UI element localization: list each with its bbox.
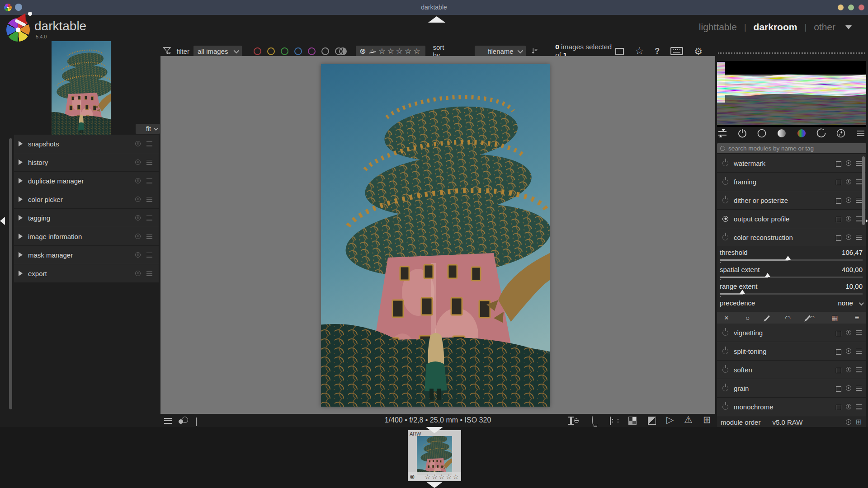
tab-lighttable[interactable]: lighttable [699, 22, 737, 33]
filter-funnel-icon[interactable] [162, 46, 172, 56]
uniform-blend-icon[interactable]: ○ [745, 314, 750, 321]
edited-photo[interactable] [321, 64, 550, 407]
info-icon[interactable] [135, 197, 141, 202]
color-label-multi-icon[interactable] [335, 47, 347, 55]
reset-icon[interactable] [846, 197, 851, 203]
presets-menu-icon[interactable] [856, 198, 862, 203]
presets-menu-icon[interactable] [146, 253, 152, 258]
multi-instance-icon[interactable] [836, 180, 841, 185]
raster-mask-icon[interactable]: ▦ [831, 314, 838, 321]
presets-menu-icon[interactable] [146, 141, 152, 146]
panel-grip-dots[interactable] [718, 52, 865, 54]
multi-instance-icon[interactable] [836, 161, 841, 167]
tab-darkroom[interactable]: darkroom [754, 22, 797, 33]
active-modules-group-icon[interactable] [717, 128, 728, 139]
expand-triangle-icon[interactable] [19, 215, 23, 221]
presets-menu-icon[interactable] [856, 330, 862, 335]
module-monochrome[interactable]: monochrome [717, 398, 866, 416]
left-scrollbar[interactable] [9, 138, 12, 409]
presets-menu-icon[interactable] [856, 404, 862, 409]
module-split-toning[interactable]: split-toning [717, 342, 866, 360]
close-button[interactable] [859, 5, 864, 10]
blend-menu-icon[interactable]: ≡ [855, 314, 859, 321]
power-group-icon[interactable] [737, 128, 748, 139]
guides-grid-icon[interactable]: ⊞ [703, 415, 711, 424]
threshold-slider[interactable] [720, 259, 863, 261]
expand-triangle-icon[interactable] [19, 252, 23, 258]
star-icon[interactable]: ☆ [387, 47, 396, 56]
zoom-mode-dropdown[interactable]: fit [136, 124, 160, 134]
top-panel-expand-arrow[interactable] [428, 16, 445, 23]
filter-dropdown[interactable]: all images [193, 46, 242, 57]
tab-other[interactable]: other [814, 22, 835, 33]
star-icon[interactable]: ☆ [396, 47, 405, 56]
power-icon[interactable] [722, 197, 728, 203]
expand-triangle-icon[interactable] [19, 160, 23, 165]
presets-menu-icon[interactable] [856, 216, 862, 221]
power-icon[interactable] [722, 160, 728, 166]
star-icon[interactable]: ☆ [378, 47, 387, 56]
effects-group-icon[interactable] [835, 128, 846, 139]
left-panel-collapse-arrow[interactable] [0, 217, 5, 225]
expand-triangle-icon[interactable] [19, 271, 23, 276]
parametric-mask-icon[interactable]: ◠ [785, 314, 791, 321]
power-icon[interactable] [722, 235, 728, 240]
grouping-icon[interactable] [615, 48, 624, 55]
color-label-green[interactable] [281, 47, 288, 55]
filmstrip-collapse-arrow[interactable] [426, 427, 443, 433]
reject-icon[interactable]: ⊗ [410, 474, 415, 480]
star-icon[interactable]: ☆ [425, 473, 432, 480]
range-extent-slider[interactable] [720, 293, 863, 295]
presets-menu-icon[interactable] [856, 179, 862, 184]
filmstrip-thumbnail[interactable]: ARW ⊗ ☆☆☆☆☆ [408, 430, 461, 481]
panel-color-picker[interactable]: color picker [14, 190, 159, 208]
color-label-purple[interactable] [308, 47, 316, 55]
clipping-indicator-icon[interactable] [648, 417, 656, 425]
multi-instance-icon[interactable] [836, 235, 841, 241]
multi-instance-icon[interactable] [836, 331, 841, 336]
right-scrollbar[interactable] [862, 156, 865, 225]
presets-menu-icon[interactable] [146, 160, 152, 165]
histogram-scope[interactable] [717, 61, 866, 127]
gamut-warning-icon[interactable]: ⚠ [684, 415, 693, 424]
color-label-yellow[interactable] [267, 47, 275, 55]
sort-dropdown[interactable]: filename [475, 46, 526, 57]
module-soften[interactable]: soften [717, 361, 866, 379]
shortcuts-keyboard-icon[interactable] [670, 47, 683, 55]
softproof-play-icon[interactable]: ▷ [666, 415, 674, 424]
module-order-grid-icon[interactable]: ⊞ [856, 418, 862, 426]
power-icon[interactable] [722, 404, 728, 410]
star-icon[interactable]: ☆ [432, 473, 439, 480]
panel-history[interactable]: history [14, 153, 159, 171]
panel-duplicate-manager[interactable]: duplicate manager [14, 172, 159, 190]
color-label-gray[interactable] [321, 47, 329, 55]
presets-menu-icon[interactable] [146, 178, 152, 183]
panel-image-information[interactable]: image information [14, 227, 159, 245]
star-icon[interactable]: ☆ [405, 47, 413, 56]
expand-triangle-icon[interactable] [19, 197, 23, 202]
module-watermark[interactable]: watermark [717, 154, 866, 172]
presets-menu-icon[interactable] [146, 216, 152, 221]
minimize-button[interactable] [838, 5, 844, 10]
presets-menu-icon[interactable] [856, 367, 862, 372]
help-icon[interactable]: ? [655, 47, 660, 55]
reset-icon[interactable] [846, 385, 851, 391]
module-search[interactable]: search modules by name or tag [717, 143, 866, 153]
expand-triangle-icon[interactable] [19, 141, 23, 146]
overlays-star-icon[interactable]: ☆ [635, 46, 644, 56]
panel-snapshots[interactable]: snapshots [14, 135, 159, 153]
reset-icon[interactable] [846, 216, 851, 221]
views-dropdown-icon[interactable] [845, 25, 852, 29]
presets-menu-icon[interactable] [146, 197, 152, 202]
reset-icon[interactable] [846, 330, 851, 335]
maximize-button[interactable] [848, 5, 854, 10]
module-dither-or-posterize[interactable]: dither or posterize [717, 191, 866, 209]
multi-instance-icon[interactable] [836, 349, 841, 355]
presets-menu-icon[interactable] [856, 349, 862, 354]
blend-off-icon[interactable]: × [724, 314, 729, 322]
info-icon[interactable] [135, 271, 141, 276]
info-icon[interactable] [135, 234, 141, 239]
correct-group-icon[interactable] [816, 128, 827, 139]
info-icon[interactable] [135, 160, 141, 165]
iso12646-lamp-icon[interactable] [592, 416, 593, 424]
